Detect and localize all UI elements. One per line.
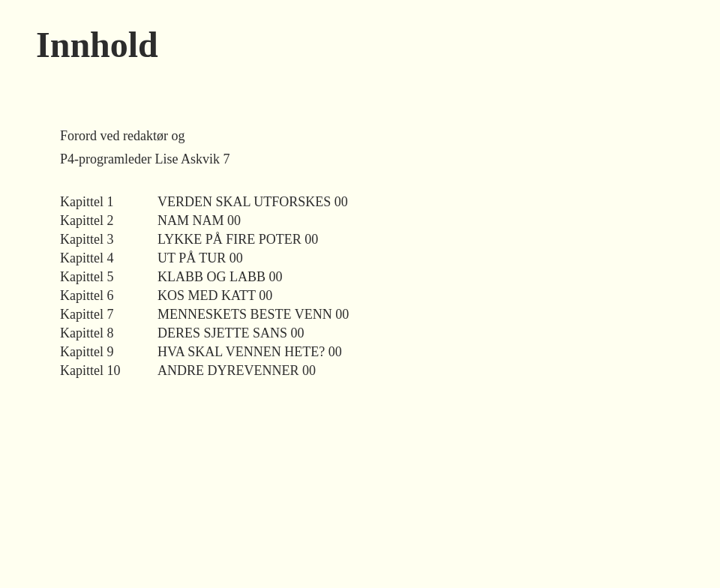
toc-chapter-title: ANDRE DYREVENNER 00 <box>158 363 660 379</box>
toc-chapter-label: Kapittel 6 <box>60 288 158 304</box>
toc-row: Kapittel 7MENNESKETS BESTE VENN 00 <box>60 307 660 322</box>
toc-row: Kapittel 10ANDRE DYREVENNER 00 <box>60 363 660 379</box>
toc-chapter-label: Kapittel 10 <box>60 363 158 379</box>
page: Innhold Forord ved redaktør og P4-progra… <box>0 0 720 588</box>
title-area: Innhold <box>0 0 720 80</box>
toc-chapter-label: Kapittel 2 <box>60 213 158 229</box>
toc-row: Kapittel 3LYKKE PÅ FIRE POTER 00 <box>60 232 660 248</box>
content-area: Forord ved redaktør og P4-programleder L… <box>0 80 720 412</box>
toc-row: Kapittel 1VERDEN SKAL UTFORSKES 00 <box>60 194 660 210</box>
toc-row: Kapittel 4UT PÅ TUR 00 <box>60 250 660 266</box>
toc-chapter-label: Kapittel 4 <box>60 250 158 266</box>
toc-chapter-label: Kapittel 9 <box>60 344 158 360</box>
toc-row: Kapittel 8DERES SJETTE SANS 00 <box>60 326 660 341</box>
toc-chapter-label: Kapittel 8 <box>60 326 158 341</box>
toc-row: Kapittel 9HVA SKAL VENNEN HETE? 00 <box>60 344 660 360</box>
toc-chapter-title: HVA SKAL VENNEN HETE? 00 <box>158 344 660 360</box>
toc-list: Kapittel 1VERDEN SKAL UTFORSKES 00Kapitt… <box>60 194 660 379</box>
toc-row: Kapittel 5KLABB OG LABB 00 <box>60 269 660 285</box>
toc-chapter-label: Kapittel 3 <box>60 232 158 248</box>
toc-chapter-label: Kapittel 7 <box>60 307 158 322</box>
foreword-line-2: P4-programleder Lise Askvik 7 <box>60 148 660 170</box>
toc-chapter-title: LYKKE PÅ FIRE POTER 00 <box>158 232 660 248</box>
toc-chapter-title: KOS MED KATT 00 <box>158 288 660 304</box>
toc-chapter-label: Kapittel 1 <box>60 194 158 210</box>
toc-chapter-title: UT PÅ TUR 00 <box>158 250 660 266</box>
toc-chapter-title: VERDEN SKAL UTFORSKES 00 <box>158 194 660 210</box>
foreword-block: Forord ved redaktør og P4-programleder L… <box>60 125 660 170</box>
toc-chapter-title: MENNESKETS BESTE VENN 00 <box>158 307 660 322</box>
toc-chapter-title: NAM NAM 00 <box>158 213 660 229</box>
toc-row: Kapittel 6KOS MED KATT 00 <box>60 288 660 304</box>
toc-row: Kapittel 2NAM NAM 00 <box>60 213 660 229</box>
page-title: Innhold <box>36 24 684 65</box>
toc-chapter-title: KLABB OG LABB 00 <box>158 269 660 285</box>
foreword-line-1: Forord ved redaktør og <box>60 125 660 147</box>
toc-chapter-title: DERES SJETTE SANS 00 <box>158 326 660 341</box>
toc-chapter-label: Kapittel 5 <box>60 269 158 285</box>
